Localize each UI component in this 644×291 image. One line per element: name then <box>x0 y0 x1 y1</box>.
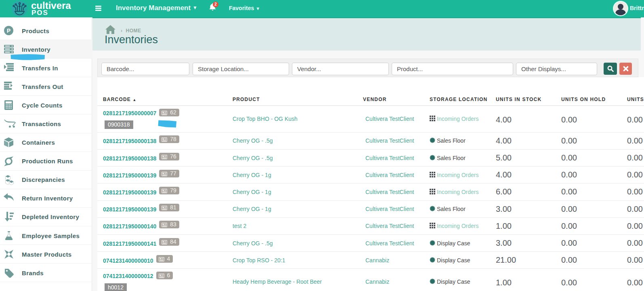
svg-text:P: P <box>7 27 10 34</box>
